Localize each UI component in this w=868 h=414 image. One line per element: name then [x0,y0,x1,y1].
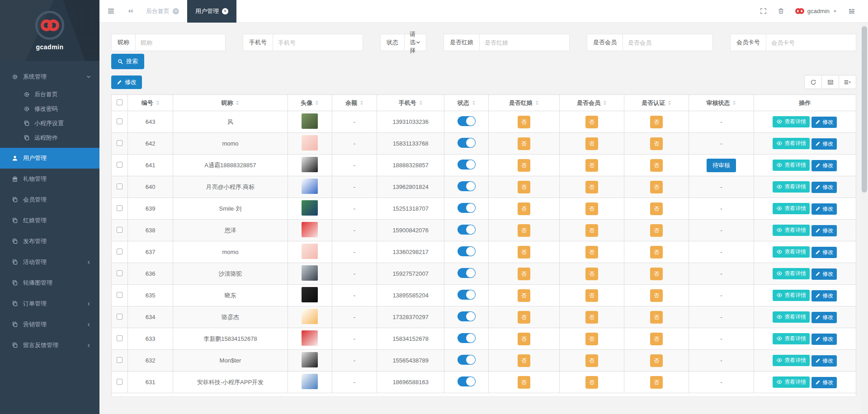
member-badge[interactable]: 否 [585,137,598,150]
edit-button[interactable]: 修改 [811,117,837,128]
status-toggle[interactable] [458,355,476,365]
member-badge[interactable]: 否 [585,224,598,237]
sidebar-item-留言反馈管理[interactable]: 留言反馈管理 [0,335,99,356]
sidebar-item-礼物管理[interactable]: 礼物管理 [0,169,99,189]
matchmaker-badge[interactable]: 否 [518,311,530,324]
verified-badge[interactable]: 否 [650,268,663,280]
right-sidebar-toggle-icon[interactable] [848,8,855,15]
member-badge[interactable]: 否 [585,159,598,172]
fullscreen-icon[interactable] [760,8,767,14]
status-toggle[interactable] [458,225,476,235]
matchmaker-badge[interactable]: 否 [518,246,530,259]
row-checkbox[interactable] [117,227,123,233]
verified-badge[interactable]: 否 [650,376,663,389]
edit-button[interactable]: 修改 [811,138,837,150]
member-badge[interactable]: 否 [585,116,598,128]
row-checkbox[interactable] [117,379,123,385]
edit-button[interactable]: 修改 [811,268,837,280]
view-detail-button[interactable]: 查看详情 [773,311,810,323]
verified-badge[interactable]: 否 [650,137,663,150]
matchmaker-badge[interactable]: 否 [518,224,530,237]
sort-icon[interactable] [156,100,160,106]
column-header-审核状态[interactable]: 审核状态 [689,95,754,111]
verified-badge[interactable]: 否 [650,354,663,367]
view-detail-button[interactable]: 查看详情 [773,203,810,214]
status-toggle[interactable] [458,290,476,300]
search-button[interactable]: 搜索 [111,54,144,69]
view-detail-button[interactable]: 查看详情 [773,290,810,301]
page-scrollbar[interactable] [861,23,868,414]
column-header-是否会员[interactable]: 是否会员 [559,95,624,111]
view-detail-button[interactable]: 查看详情 [773,225,810,236]
verified-badge[interactable]: 否 [650,311,663,324]
sidebar-item-会员管理[interactable]: 会员管理 [0,189,99,210]
sidebar-item-系统管理[interactable]: 系统管理 [0,66,99,87]
verified-badge[interactable]: 否 [650,202,663,215]
edit-button[interactable]: 修改 [811,225,837,236]
sidebar-item-红娘管理[interactable]: 红娘管理 [0,210,99,231]
sort-icon[interactable] [472,100,476,106]
edit-button[interactable]: 修改 [811,312,837,323]
column-header-手机号[interactable]: 手机号 [377,95,444,111]
edit-button[interactable]: 修改 [811,182,837,193]
column-header-是否红娘[interactable]: 是否红娘 [489,95,559,111]
verified-badge[interactable]: 否 [650,159,663,172]
view-detail-button[interactable]: 查看详情 [773,268,810,279]
filter-input-手机号[interactable] [273,34,363,51]
verified-badge[interactable]: 否 [650,116,663,128]
verified-badge[interactable]: 否 [650,181,663,193]
edit-button[interactable]: 修改 [811,160,837,171]
select-all-checkbox[interactable] [117,99,123,105]
edit-button[interactable]: 修改 [811,247,837,258]
row-checkbox[interactable] [117,140,123,146]
matchmaker-badge[interactable]: 否 [518,289,530,302]
matchmaker-badge[interactable]: 否 [518,202,530,215]
scrollbar-thumb[interactable] [862,26,867,193]
column-header-编号[interactable]: 编号 [128,95,173,111]
row-checkbox[interactable] [117,205,123,211]
sidebar-subitem-远程附件[interactable]: 远程附件 [0,131,99,145]
row-checkbox[interactable] [117,162,123,168]
row-checkbox[interactable] [117,270,123,276]
refresh-button[interactable] [804,75,822,89]
view-detail-button[interactable]: 查看详情 [773,355,810,366]
column-header-状态[interactable]: 状态 [444,95,489,111]
status-toggle[interactable] [458,246,476,256]
edit-button[interactable]: 修改 [811,290,837,301]
member-badge[interactable]: 否 [585,268,598,280]
view-detail-button[interactable]: 查看详情 [773,181,810,193]
sidebar-item-轮播图管理[interactable]: 轮播图管理 [0,273,99,293]
filter-input-是否会员[interactable] [623,34,712,51]
matchmaker-badge[interactable]: 否 [518,376,530,389]
verified-badge[interactable]: 否 [650,224,663,237]
edit-button[interactable]: 修改 [811,334,837,345]
column-header-昵称[interactable]: 昵称 [173,95,288,111]
view-detail-button[interactable]: 查看详情 [773,376,810,388]
tab-close-icon[interactable]: × [222,8,228,14]
view-detail-button[interactable]: 查看详情 [773,116,810,127]
member-badge[interactable]: 否 [585,311,598,324]
sort-icon[interactable] [360,100,363,106]
matchmaker-badge[interactable]: 否 [518,333,530,345]
tab-close-icon[interactable]: × [173,8,179,14]
sidebar-item-活动管理[interactable]: 活动管理 [0,252,99,273]
row-checkbox[interactable] [117,249,123,254]
row-checkbox[interactable] [117,292,123,298]
row-checkbox[interactable] [117,118,123,124]
edit-button[interactable]: 修改 [811,377,837,388]
sidebar-collapse-icon[interactable] [107,7,115,15]
sidebar-item-用户管理[interactable]: 用户管理 [0,148,99,169]
trash-icon[interactable] [778,8,784,14]
view-detail-button[interactable]: 查看详情 [773,160,810,171]
sort-icon[interactable] [603,100,607,106]
status-toggle[interactable] [458,311,476,321]
member-badge[interactable]: 否 [585,333,598,345]
sidebar-subitem-后台首页[interactable]: 后台首页 [0,87,99,102]
filter-input-昵称[interactable] [136,34,225,51]
member-badge[interactable]: 否 [585,376,598,389]
sort-icon[interactable] [535,100,539,106]
sort-icon[interactable] [419,100,423,106]
tab-后台首页[interactable]: 后台首页× [138,0,187,23]
pending-audit-button[interactable]: 待审核 [707,159,736,172]
status-toggle[interactable] [458,268,476,278]
